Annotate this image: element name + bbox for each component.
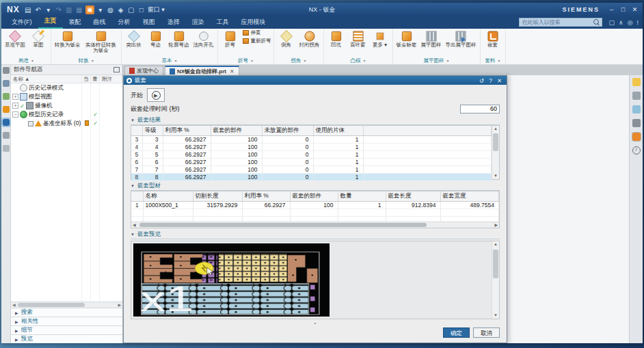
更多-button[interactable]: 更多 ▾ bbox=[370, 29, 390, 49]
table-row[interactable]: 4466.292710001 bbox=[131, 144, 492, 151]
倒角-button[interactable]: 倒角 bbox=[276, 29, 297, 49]
expander-icon[interactable]: + bbox=[12, 94, 18, 100]
close-tab-icon[interactable]: ✕ bbox=[230, 68, 234, 75]
转换为钣金-button[interactable]: 转换为钣金 bbox=[53, 29, 82, 49]
navigator-section-预览[interactable]: ▶预览 bbox=[11, 334, 122, 343]
assembly-navigator-icon[interactable] bbox=[3, 67, 10, 74]
navigator-section-细节[interactable]: ▶细节 bbox=[11, 325, 122, 334]
tree-item[interactable]: −模型历史记录✓ bbox=[11, 110, 122, 119]
copy-display-icon[interactable] bbox=[632, 92, 641, 100]
constraint-navigator-icon[interactable] bbox=[3, 80, 10, 87]
reset-icon[interactable]: ↺ bbox=[477, 77, 486, 84]
help-icon[interactable]: ? bbox=[486, 77, 495, 84]
column-header[interactable] bbox=[131, 126, 142, 136]
column-header[interactable]: 等级 bbox=[142, 126, 163, 136]
navigator-column-header[interactable]: 附注 bbox=[100, 75, 122, 83]
折弯-button[interactable]: 折弯 bbox=[220, 29, 241, 49]
nesting-tool-icon[interactable] bbox=[632, 133, 641, 141]
flat-pattern-view-icon[interactable] bbox=[632, 119, 641, 127]
tree-item[interactable]: +模型视图 bbox=[11, 92, 122, 101]
轮廓弯边-button[interactable]: 轮廓弯边 bbox=[167, 29, 191, 49]
导出展平图样-button[interactable]: 导出展平图样 bbox=[444, 29, 478, 49]
restore-button[interactable]: □ bbox=[618, 5, 628, 14]
preview-section-header[interactable]: ▼ 嵌套预览 bbox=[131, 230, 500, 239]
profiles-section-header[interactable]: ▼ 嵌套型材 bbox=[131, 182, 500, 191]
草图-button[interactable]: 草图 bbox=[28, 29, 49, 49]
column-header[interactable]: 数量 bbox=[338, 191, 386, 202]
search-icon[interactable] bbox=[593, 19, 600, 26]
嵌套-button[interactable]: 嵌套 bbox=[483, 29, 503, 49]
window-menu-button[interactable]: 窗口 ▾ bbox=[148, 5, 165, 14]
ribbon-tab-视图[interactable]: 视图 bbox=[137, 16, 161, 29]
render-style-caret-icon[interactable]: ▾ bbox=[96, 6, 105, 14]
navigator-column-header[interactable]: 当 bbox=[82, 75, 91, 83]
tree-item[interactable]: 基准坐标系 (0)✓ bbox=[11, 119, 122, 128]
command-finder-mic-icon[interactable]: ◍ bbox=[107, 6, 115, 14]
group-dialog-launcher-icon[interactable]: ▾ bbox=[31, 58, 33, 63]
profiles-hscrollbar[interactable]: ◀▶ bbox=[131, 222, 499, 228]
results-vscrollbar[interactable]: ▲▼ bbox=[492, 126, 499, 179]
百叶窗-button[interactable]: 百叶窗 bbox=[348, 29, 368, 49]
redo-icon[interactable]: ↷ bbox=[55, 6, 63, 14]
history-palette-icon[interactable] bbox=[3, 132, 10, 139]
preview-vscrollbar[interactable]: ▲▼ bbox=[492, 241, 499, 319]
ribbon-tab-工具[interactable]: 工具 bbox=[211, 16, 235, 29]
layout-icon[interactable]: □ bbox=[137, 6, 146, 14]
group-dialog-launcher-icon[interactable]: ▾ bbox=[92, 58, 94, 63]
ribbon-tab-装配[interactable]: 装配 bbox=[63, 16, 88, 29]
reuse-library-icon[interactable] bbox=[3, 106, 10, 113]
ok-button[interactable]: 确定 bbox=[443, 327, 470, 338]
favorites-star-icon[interactable] bbox=[632, 78, 641, 86]
展平图样-button[interactable]: 展平图样 bbox=[420, 29, 443, 49]
part-navigator-icon[interactable] bbox=[3, 93, 10, 100]
column-header[interactable]: 未放置的部件 bbox=[262, 126, 313, 136]
group-dialog-launcher-icon[interactable]: ▾ bbox=[251, 58, 253, 63]
document-tab[interactable]: 发现中心 bbox=[124, 66, 163, 75]
group-dialog-launcher-icon[interactable]: ▾ bbox=[363, 58, 365, 63]
close-icon[interactable]: ✕ bbox=[495, 77, 504, 84]
突出块-button[interactable]: 突出块 bbox=[124, 29, 144, 49]
cancel-button[interactable]: 取消 bbox=[473, 327, 500, 338]
navigator-section-搜索[interactable]: ▶搜索 bbox=[11, 308, 122, 317]
实体特征转换为钣金-button[interactable]: 实体特征转换为钣金 bbox=[83, 29, 119, 55]
table-row[interactable]: 7766.292710001 bbox=[131, 166, 492, 174]
minimize-ribbon-icon[interactable]: ∧ bbox=[619, 19, 623, 26]
tree-item[interactable]: 历史记录模式 bbox=[11, 83, 122, 92]
close-button[interactable]: ✕ bbox=[630, 5, 640, 14]
ribbon-tab-主页[interactable]: 主页 bbox=[38, 15, 63, 29]
window-switch-icon[interactable]: ▢ bbox=[127, 6, 135, 14]
undo-icon[interactable]: ↶ bbox=[34, 6, 42, 14]
ribbon-tab-渲染[interactable]: 渲染 bbox=[186, 16, 211, 29]
group-dialog-launcher-icon[interactable]: ▾ bbox=[498, 58, 500, 63]
save-icon[interactable]: ▤ bbox=[24, 6, 32, 14]
column-header[interactable]: 名称 bbox=[143, 191, 193, 202]
info-icon[interactable] bbox=[632, 146, 641, 155]
ribbon-tab-应用模块[interactable]: 应用模块 bbox=[235, 16, 272, 29]
paste-icon[interactable]: ▦ bbox=[75, 6, 83, 14]
column-header[interactable]: 利用率 % bbox=[242, 191, 290, 202]
table-row[interactable] bbox=[131, 209, 499, 217]
封闭拐角-button[interactable]: 封闭拐角 bbox=[298, 29, 321, 49]
table-row[interactable]: 8866.292710001 bbox=[131, 174, 492, 181]
ribbon-tab-分析[interactable]: 分析 bbox=[112, 16, 137, 29]
minimize-button[interactable]: – bbox=[606, 5, 617, 14]
table-row[interactable]: 3366.292710001 bbox=[131, 136, 492, 144]
table-row[interactable]: 6666.292710001 bbox=[131, 159, 492, 166]
time-input[interactable] bbox=[460, 105, 500, 113]
column-header[interactable]: 嵌套宽度 bbox=[440, 191, 499, 202]
user-icon[interactable]: ◎ bbox=[628, 19, 633, 26]
column-header[interactable]: 切割长度 bbox=[193, 191, 242, 202]
navigator-hscrollbar[interactable]: ◀▶ bbox=[11, 302, 122, 308]
column-header[interactable]: 利用率 % bbox=[163, 126, 211, 136]
datum-display-icon[interactable] bbox=[632, 105, 641, 113]
法向开孔-button[interactable]: 法向开孔 bbox=[192, 29, 215, 49]
start-nesting-button[interactable]: ▶ bbox=[147, 88, 165, 102]
tree-item[interactable]: +✓摄像机 bbox=[11, 101, 122, 110]
column-header[interactable] bbox=[363, 126, 492, 136]
fullscreen-icon[interactable]: ▢ bbox=[609, 19, 615, 26]
table-row[interactable]: 5566.292710001 bbox=[131, 151, 492, 159]
expander-icon[interactable]: + bbox=[12, 103, 18, 109]
group-dialog-launcher-icon[interactable]: ▾ bbox=[304, 58, 306, 63]
copy-icon[interactable]: ▥ bbox=[65, 6, 73, 14]
roles-icon[interactable] bbox=[3, 145, 10, 152]
